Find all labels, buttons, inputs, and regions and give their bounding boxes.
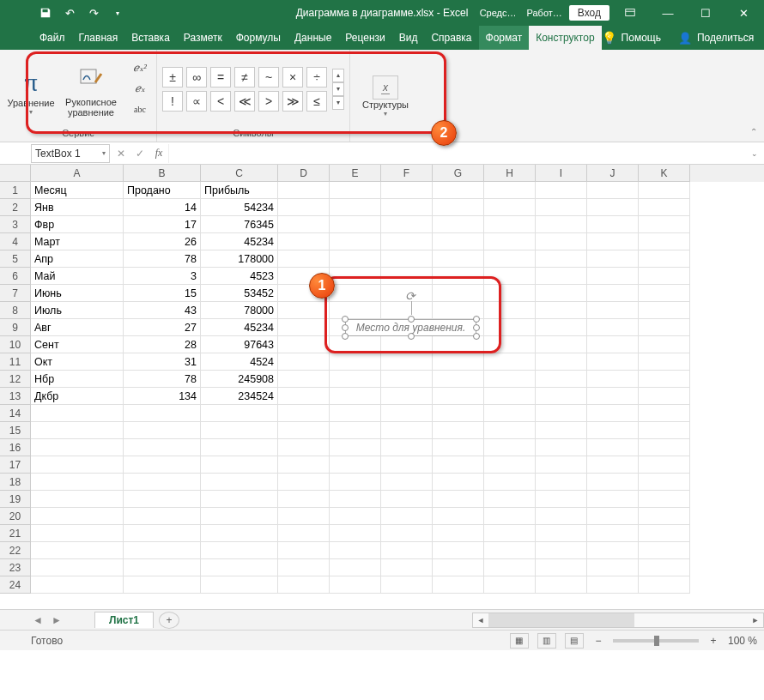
cell[interactable] [124,491,201,508]
collapse-ribbon-icon[interactable]: ⌃ [750,127,757,136]
cell[interactable] [536,353,587,371]
cell[interactable]: Янв [31,199,124,216]
gallery-up-icon[interactable]: ▴ [332,69,344,82]
cell[interactable] [330,422,381,439]
cell[interactable] [278,302,330,319]
cell[interactable] [201,439,278,456]
cell[interactable] [330,371,381,388]
cell[interactable] [536,336,587,353]
row-header[interactable]: 24 [0,576,31,594]
equation-textbox[interactable]: Место для уравнения. ⟳ [345,319,476,336]
cell[interactable] [639,525,690,542]
cell[interactable]: 26 [124,233,201,250]
cell[interactable] [484,216,536,233]
cell[interactable]: 53452 [201,285,278,302]
cell[interactable] [381,353,433,371]
cell[interactable] [639,199,690,216]
cell[interactable] [381,559,433,576]
column-header[interactable]: A [31,165,124,182]
cell[interactable] [639,285,690,302]
cell[interactable] [278,508,330,525]
cell[interactable] [587,268,639,285]
cell[interactable] [278,422,330,439]
cell[interactable] [278,388,330,405]
cell[interactable] [639,216,690,233]
cell[interactable]: Сент [31,336,124,353]
cell[interactable] [124,542,201,559]
cell[interactable] [587,542,639,559]
cell[interactable] [484,405,536,422]
column-header[interactable]: G [433,165,484,182]
cell[interactable] [587,405,639,422]
tab-view[interactable]: Вид [392,26,425,50]
cell[interactable] [639,456,690,474]
cell[interactable] [278,250,330,268]
cell[interactable] [330,268,381,285]
cell[interactable] [381,542,433,559]
cell[interactable] [587,474,639,491]
gallery-more-icon[interactable]: ▾ [332,96,344,110]
cell[interactable] [484,250,536,268]
cell[interactable] [31,422,124,439]
cell[interactable] [278,182,330,199]
column-header[interactable]: F [381,165,433,182]
row-header[interactable]: 11 [0,353,31,371]
cell[interactable] [433,576,484,594]
symbol-button[interactable]: ≠ [234,67,255,88]
cell[interactable] [484,319,536,336]
cell[interactable] [536,233,587,250]
dropdown-icon[interactable]: ▾ [102,149,106,157]
fx-icon[interactable]: fx [149,144,168,163]
cell[interactable] [433,525,484,542]
cell[interactable] [433,542,484,559]
cell[interactable] [31,439,124,456]
tab-file[interactable]: Файл [33,26,72,50]
zoom-thumb[interactable] [654,636,659,646]
symbol-button[interactable]: = [210,67,231,88]
cell[interactable] [330,508,381,525]
cell[interactable] [433,250,484,268]
cell[interactable] [587,319,639,336]
cell[interactable] [381,233,433,250]
cell[interactable] [381,199,433,216]
cell[interactable] [639,319,690,336]
cell[interactable]: 78 [124,371,201,388]
cell[interactable] [201,422,278,439]
cell[interactable]: 28 [124,336,201,353]
column-header[interactable]: J [587,165,639,182]
cell[interactable] [31,508,124,525]
cell[interactable] [536,302,587,319]
cell[interactable] [484,268,536,285]
cell[interactable] [124,405,201,422]
symbol-button[interactable]: ≤ [306,91,327,112]
resize-handle[interactable] [342,316,349,323]
cell[interactable] [381,302,433,319]
row-header[interactable]: 22 [0,542,31,559]
structures-button[interactable]: x Структуры ▾ [355,70,415,118]
cell[interactable]: 31 [124,353,201,371]
cell[interactable] [639,422,690,439]
cell[interactable]: Прибыль [201,182,278,199]
cell[interactable]: Фвр [31,216,124,233]
cell[interactable]: Июль [31,302,124,319]
view-page-layout-icon[interactable]: ▥ [537,633,556,649]
cell[interactable] [124,474,201,491]
zoom-level[interactable]: 100 % [728,635,757,647]
cell[interactable] [639,336,690,353]
cell[interactable] [639,250,690,268]
cell[interactable]: 14 [124,199,201,216]
cell[interactable] [484,474,536,491]
cell[interactable] [433,508,484,525]
cell[interactable] [330,250,381,268]
cell[interactable] [278,525,330,542]
row-header[interactable]: 1 [0,182,31,199]
cell[interactable] [381,576,433,594]
tab-format[interactable]: Формат [479,26,530,50]
cell[interactable] [124,422,201,439]
cell[interactable] [124,508,201,525]
cell[interactable] [484,491,536,508]
expand-formula-bar-icon[interactable]: ⌄ [745,149,764,158]
cell[interactable] [536,319,587,336]
rotate-handle-icon[interactable]: ⟳ [405,289,417,301]
cell[interactable] [639,233,690,250]
